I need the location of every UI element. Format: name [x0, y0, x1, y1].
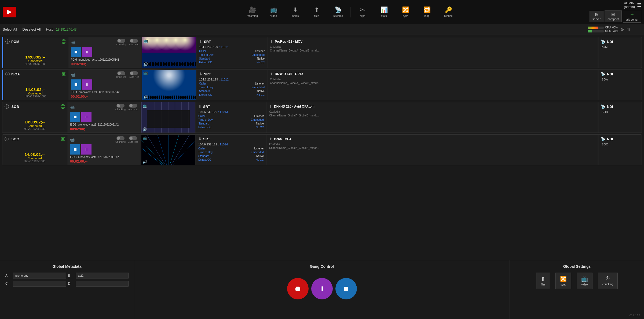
gang-pause-button[interactable]: ⏸	[311, 278, 333, 299]
chunking-knob[interactable]	[117, 71, 125, 75]
nav-stats[interactable]: 📊 stats	[373, 5, 395, 19]
nav-files[interactable]: ⬆ files	[306, 5, 327, 19]
add-server-button[interactable]: + add server	[623, 10, 641, 23]
info-icon-isob[interactable]: i	[5, 104, 9, 109]
filename-isoc: ISOC_pronology_act1_12012022005142	[70, 156, 138, 158]
ndi-title-row: 📡 NDI	[601, 72, 639, 76]
output-codec-pgm: ProRes 422 - MOV	[275, 40, 302, 43]
channel-row-isob: i ISOB 14:08:02;-- Connected HEVC 1920x1…	[2, 102, 642, 133]
info-icon-pgm[interactable]: i	[5, 39, 10, 44]
speaker-icon-isob: 🔊	[142, 127, 147, 131]
srt-title: ⬇ SRT	[198, 137, 264, 141]
chunking-toggle: Chunking	[115, 104, 126, 111]
stop-button-pgm[interactable]: ⏹	[71, 47, 81, 57]
srt-ip: 104.6.232.129 : 11012	[199, 78, 265, 81]
srt-title: ⬇ SRT	[199, 39, 265, 44]
channel-time-pgm: 14:08:02;--	[5, 55, 65, 59]
preview-monitor-icon: 📺	[142, 103, 147, 108]
info-icon-isoa[interactable]: i	[5, 72, 10, 76]
nav-streams[interactable]: 📡 streams	[327, 5, 349, 19]
srt-tod-val: Embedded	[251, 118, 264, 121]
nav-sync[interactable]: 🔀 sync	[395, 5, 416, 19]
nav-right-top: ADMIN(admin) ☰	[624, 1, 641, 9]
mem-bar-fill	[588, 30, 592, 32]
meta-d-input[interactable]	[76, 281, 129, 287]
settings-chunking-button[interactable]: ⏱ chunking	[598, 273, 618, 289]
nav-recording-label: recording	[247, 14, 258, 17]
rec-buttons: ⏹ ⏸	[70, 112, 138, 122]
recording-icon: 🎥	[249, 6, 256, 13]
info-icon-isoc[interactable]: i	[5, 137, 9, 141]
gang-stop-button[interactable]: ⏹	[335, 278, 357, 299]
srt-caller-key: Caller	[199, 50, 206, 53]
chunking-knob[interactable]	[116, 104, 125, 108]
srt-caller-row: Caller Listener	[198, 147, 264, 150]
app-logo[interactable]	[3, 7, 16, 17]
output-filename-isoa: ChannelName_GlobalA_GlobalB_mmdd...	[270, 82, 595, 85]
settings-video-icon: 📺	[581, 276, 588, 282]
compact-label: compact	[608, 17, 619, 21]
chunking-toggle: Chunking	[115, 136, 126, 143]
chunking-knob[interactable]	[117, 39, 125, 43]
settings-files-button[interactable]: ⬆ files	[536, 273, 550, 289]
nav-separator-1	[350, 7, 350, 17]
gang-buttons: ⏺ ⏸ ⏹	[287, 278, 357, 299]
autorec-toggle: Auto Rec	[129, 71, 139, 78]
cpu-bar-track	[588, 27, 604, 29]
nav-video[interactable]: 📺 video	[263, 5, 284, 19]
nav-clips[interactable]: ✂ clips	[352, 5, 373, 19]
output-codec-isoc: H264 - MP4	[274, 137, 291, 141]
meta-b-input[interactable]	[76, 273, 129, 278]
autorec-knob[interactable]	[129, 104, 137, 108]
pause-button-isoc[interactable]: ⏸	[81, 144, 92, 155]
settings-video-button[interactable]: 📺 video	[577, 273, 592, 289]
gang-record-button[interactable]: ⏺	[287, 278, 309, 299]
hamburger-menu[interactable]: ☰	[637, 2, 641, 8]
pause-button-pgm[interactable]: ⏸	[82, 47, 92, 57]
deselect-all-button[interactable]: Deselect All	[22, 27, 41, 31]
global-settings-title: Global Settings	[515, 264, 639, 269]
preview-monitor-icon: 📺	[143, 71, 148, 75]
autorec-knob[interactable]	[129, 136, 137, 140]
meta-b-label: B	[68, 274, 74, 277]
srt-caller-key: Caller	[198, 115, 205, 118]
delete-trash-icon[interactable]: 🗑	[626, 27, 631, 32]
srt-cc-val: No CC	[256, 126, 264, 129]
select-all-button[interactable]: Select All	[3, 27, 17, 31]
settings-files-icon: ⬆	[541, 276, 545, 282]
settings-sync-button[interactable]: 🔀 sync	[555, 273, 571, 289]
nav-loop[interactable]: 🔁 loop	[416, 5, 438, 19]
srt-timeofday-row: Time of Day Embedded	[199, 86, 265, 89]
server-button[interactable]: 🖥 server	[590, 11, 604, 22]
autorec-knob[interactable]	[130, 71, 138, 75]
nav-recording[interactable]: 🎥 recording	[241, 5, 263, 19]
stop-button-isob[interactable]: ⏹	[70, 112, 80, 122]
stop-button-isoc[interactable]: ⏹	[70, 144, 80, 155]
chunking-knob[interactable]	[116, 136, 125, 140]
recording-panel-isob: 📹 Chunking Auto Rec ⏹ ⏸ ISOB_pronology_a…	[68, 102, 140, 133]
srt-caller-val: Listener	[255, 82, 265, 85]
stop-button-isoa[interactable]: ⏹	[71, 79, 81, 90]
nav-license[interactable]: 🔑 license	[438, 5, 459, 19]
pause-button-isob[interactable]: ⏸	[81, 112, 92, 122]
autorec-label: Auto Rec	[128, 141, 138, 143]
output-title-row: ⬆ DNxHD 220 - Avid OPAtom	[269, 104, 595, 109]
ndi-panel-isoc: 📡 NDI ISOC	[599, 135, 642, 165]
preview-canvas-pgm	[142, 37, 196, 68]
nav-inputs[interactable]: ⬇ inputs	[284, 5, 306, 19]
channel-name-isoc: ISOC	[10, 137, 19, 141]
pause-button-isoa[interactable]: ⏸	[82, 79, 92, 90]
srt-std-val: Native	[256, 122, 264, 125]
speaker-icon-pgm: 🔊	[143, 62, 148, 67]
srt-standard-row: Standard Native	[199, 57, 265, 60]
srt-down-icon: ⬇	[199, 72, 202, 76]
channel-name-row: i PGM	[5, 39, 65, 44]
compact-button[interactable]: ⊞ compact	[605, 10, 622, 22]
rec-buttons: ⏹ ⏸	[71, 79, 139, 90]
settings-gear-icon[interactable]: ⚙	[620, 27, 624, 32]
autorec-knob[interactable]	[130, 39, 138, 43]
output-up-icon: ⬆	[270, 72, 273, 76]
meta-c-input[interactable]	[13, 281, 66, 287]
meta-a-input[interactable]	[13, 273, 66, 278]
meta-a-label: A	[5, 274, 11, 277]
